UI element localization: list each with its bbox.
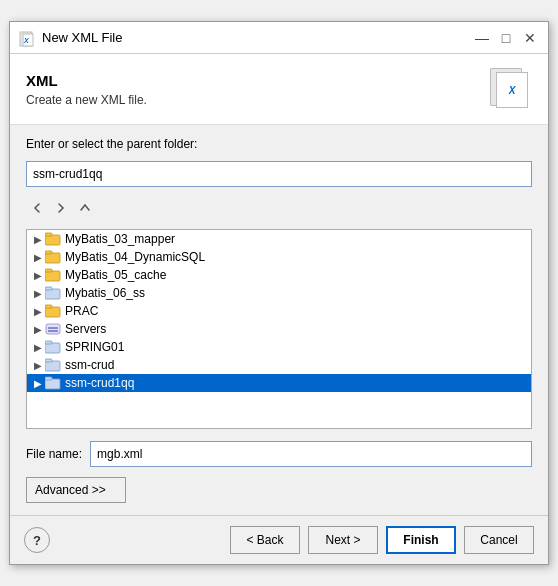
tree-item-label: MyBatis_04_DynamicSQL [65, 250, 205, 264]
icon-front-page: X [496, 72, 528, 108]
dialog-icon: X [18, 29, 36, 47]
folder-label: Enter or select the parent folder: [26, 137, 532, 151]
folder-icon [45, 358, 61, 372]
tree-item[interactable]: ▶ ssm-crud [27, 356, 531, 374]
svg-rect-15 [48, 330, 58, 332]
dialog-window: X New XML File — □ ✕ XML Create a new XM… [9, 21, 549, 565]
xml-icon: X [486, 66, 532, 112]
expand-arrow: ▶ [31, 342, 45, 353]
advanced-button[interactable]: Advanced >> [26, 477, 126, 503]
folder-icon [45, 268, 61, 282]
tree-item-label: ssm-crud [65, 358, 114, 372]
svg-rect-21 [45, 377, 52, 380]
back-button[interactable]: < Back [230, 526, 300, 554]
file-name-input[interactable] [90, 441, 532, 467]
header-subtitle: Create a new XML file. [26, 93, 486, 107]
tree-item-selected[interactable]: ▶ ssm-crud1qq [27, 374, 531, 392]
button-bar: ? < Back Next > Finish Cancel [10, 515, 548, 564]
tree-item[interactable]: ▶ PRAC [27, 302, 531, 320]
tree-item-label: Servers [65, 322, 106, 336]
expand-arrow: ▶ [31, 288, 45, 299]
dialog-title: New XML File [42, 30, 466, 45]
expand-arrow: ▶ [31, 378, 45, 389]
window-controls: — □ ✕ [472, 28, 540, 48]
tree-item[interactable]: ▶ SPRING01 [27, 338, 531, 356]
header-section: XML Create a new XML file. X [10, 54, 548, 125]
tree-item-label-selected: ssm-crud1qq [65, 376, 134, 390]
svg-rect-17 [45, 341, 52, 344]
svg-rect-12 [45, 305, 52, 308]
expand-arrow: ▶ [31, 360, 45, 371]
help-button[interactable]: ? [24, 527, 50, 553]
tree-item[interactable]: ▶ Mybatis_06_ss [27, 284, 531, 302]
svg-rect-9 [45, 289, 60, 299]
tree-item-label: MyBatis_05_cache [65, 268, 166, 282]
folder-icon [45, 286, 61, 300]
folder-icon [45, 340, 61, 354]
tree-item[interactable]: ▶ Servers [27, 320, 531, 338]
svg-rect-5 [45, 253, 60, 263]
svg-rect-7 [45, 271, 60, 281]
svg-rect-8 [45, 269, 52, 272]
svg-rect-10 [45, 287, 52, 290]
svg-rect-14 [48, 327, 58, 329]
header-title: XML [26, 72, 486, 89]
folder-icon [45, 304, 61, 318]
expand-arrow: ▶ [31, 324, 45, 335]
tree-item-label: Mybatis_06_ss [65, 286, 145, 300]
expand-arrow: ▶ [31, 252, 45, 263]
tree-item[interactable]: ▶ MyBatis_05_cache [27, 266, 531, 284]
tree-item-label: MyBatis_03_mapper [65, 232, 175, 246]
tree-item[interactable]: ▶ MyBatis_04_DynamicSQL [27, 248, 531, 266]
title-bar: X New XML File — □ ✕ [10, 22, 548, 54]
nav-back-button[interactable] [26, 197, 48, 219]
folder-icon [45, 232, 61, 246]
svg-rect-16 [45, 343, 60, 353]
close-button[interactable]: ✕ [520, 28, 540, 48]
svg-rect-3 [45, 235, 60, 245]
folder-icon-selected [45, 376, 61, 390]
expand-arrow: ▶ [31, 270, 45, 281]
svg-rect-20 [45, 379, 60, 389]
next-button[interactable]: Next > [308, 526, 378, 554]
tree-item-label: PRAC [65, 304, 98, 318]
tree-item[interactable]: ▶ MyBatis_03_mapper [27, 230, 531, 248]
cancel-button[interactable]: Cancel [464, 526, 534, 554]
folder-nav [26, 197, 532, 219]
file-name-row: File name: [26, 441, 532, 467]
expand-arrow: ▶ [31, 306, 45, 317]
nav-up-button[interactable] [74, 197, 96, 219]
header-text: XML Create a new XML file. [26, 72, 486, 107]
dialog-content: Enter or select the parent folder: ▶ MyB… [10, 125, 548, 515]
file-name-label: File name: [26, 447, 82, 461]
svg-rect-18 [45, 361, 60, 371]
folder-input[interactable] [26, 161, 532, 187]
svg-rect-6 [45, 251, 52, 254]
nav-forward-button[interactable] [50, 197, 72, 219]
finish-button[interactable]: Finish [386, 526, 456, 554]
minimize-button[interactable]: — [472, 28, 492, 48]
folder-icon [45, 250, 61, 264]
maximize-button[interactable]: □ [496, 28, 516, 48]
tree-item-label: SPRING01 [65, 340, 124, 354]
server-icon [45, 322, 61, 336]
folder-tree[interactable]: ▶ MyBatis_03_mapper ▶ MyBatis_04_Dynamic… [26, 229, 532, 429]
svg-rect-11 [45, 307, 60, 317]
expand-arrow: ▶ [31, 234, 45, 245]
svg-rect-19 [45, 359, 52, 362]
svg-rect-4 [45, 233, 52, 236]
